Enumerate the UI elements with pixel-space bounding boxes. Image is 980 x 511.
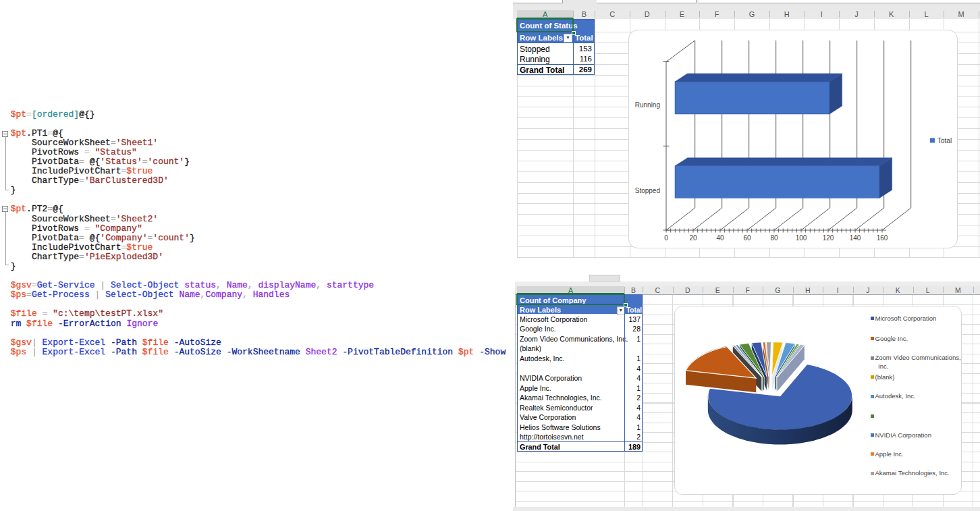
svg-text:60: 60 (743, 234, 751, 242)
svg-text:140: 140 (850, 234, 861, 242)
svg-text:20: 20 (689, 234, 697, 242)
svg-text:160: 160 (877, 234, 888, 242)
svg-text:80: 80 (770, 234, 778, 242)
svg-text:Running: Running (635, 101, 660, 109)
svg-text:120: 120 (823, 234, 834, 242)
svg-text:Stopped: Stopped (635, 187, 660, 194)
svg-text:40: 40 (716, 234, 724, 242)
svg-text:Total: Total (937, 137, 952, 144)
svg-text:100: 100 (796, 234, 807, 242)
svg-text:0: 0 (664, 234, 668, 242)
